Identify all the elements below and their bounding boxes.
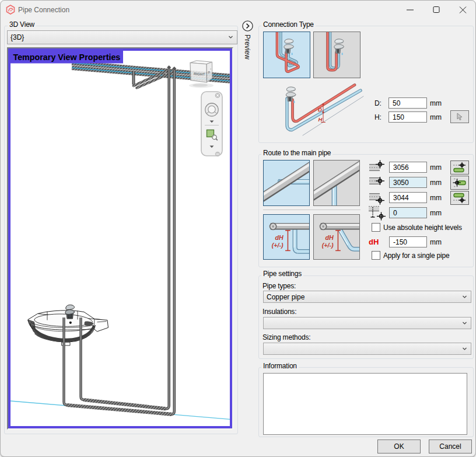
svg-text:(+/-): (+/-) [272,242,284,249]
svg-text:D: D [318,106,322,113]
svg-text:dH: dH [275,234,284,241]
svg-text:H: H [318,116,323,123]
svg-text:(+/-): (+/-) [322,242,334,249]
svg-text:RIGHT: RIGHT [194,72,205,76]
svg-text:P: P [208,71,211,74]
svg-text:Temporary View Properties: Temporary View Properties [13,53,121,62]
svg-text:dH: dH [326,234,334,241]
